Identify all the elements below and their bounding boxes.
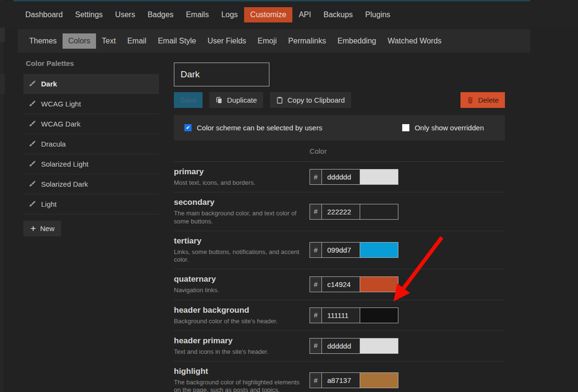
admin-nav-item[interactable]: Emails (180, 7, 215, 22)
sub-nav-item[interactable]: Embedding (332, 33, 382, 49)
palette-name: WCAG Dark (41, 120, 81, 128)
color-swatch[interactable] (360, 372, 398, 388)
customize-sub-nav: Themes Colors Text Email Email Style Use… (18, 29, 530, 53)
palette-list-item[interactable]: Solarized Light (23, 154, 159, 174)
hex-value-input[interactable] (322, 372, 360, 388)
sub-nav-item[interactable]: Emoji (252, 33, 282, 49)
palette-list-item[interactable]: Dracula (23, 134, 159, 154)
trash-icon (467, 96, 474, 104)
copy-to-clipboard-button[interactable]: Copy to Clipboard (270, 92, 351, 108)
palette-list-item[interactable]: WCAG Dark (23, 114, 159, 134)
color-row: primary Most text, icons, and borders. # (174, 162, 505, 192)
paintbrush-icon (29, 120, 36, 127)
paintbrush-icon (29, 180, 36, 188)
color-row: highlight The background color of highli… (174, 361, 505, 392)
sub-nav-item[interactable]: User Fields (202, 33, 252, 49)
copy-to-clipboard-label: Copy to Clipboard (288, 96, 345, 104)
hex-value-input[interactable] (322, 307, 360, 323)
color-swatch[interactable] (360, 204, 398, 220)
new-palette-label: New (40, 224, 54, 233)
duplicate-label: Duplicate (227, 96, 257, 104)
color-description: Most text, icons, and borders. (174, 179, 305, 187)
color-column-header: Color (304, 147, 332, 155)
color-swatch[interactable] (360, 242, 398, 258)
admin-nav-item[interactable]: API (292, 7, 317, 22)
toggle-label: Only show overridden (415, 124, 484, 132)
palette-list-item[interactable]: WCAG Light (23, 94, 159, 114)
hex-input-group: # (310, 372, 398, 388)
checkbox[interactable] (184, 124, 192, 131)
color-name: tertiary (174, 236, 305, 246)
palette-list-item[interactable]: Light (23, 194, 159, 214)
paintbrush-icon (29, 100, 36, 107)
palette-name: WCAG Light (41, 100, 81, 108)
color-table-header: Color (174, 140, 505, 162)
delete-label: Delete (478, 96, 499, 104)
hex-prefix: # (310, 276, 322, 292)
sub-nav-item[interactable]: Email Style (152, 33, 202, 49)
color-row: secondary The main background color, and… (174, 192, 505, 231)
hex-value-input[interactable] (322, 169, 360, 185)
color-name: highlight (174, 367, 305, 376)
hex-value-input[interactable] (322, 242, 360, 258)
sub-nav-item[interactable]: Colors (63, 33, 96, 49)
color-description: Background color of the site's header. (174, 318, 305, 325)
color-description: Links, some buttons, notifications, and … (174, 248, 305, 264)
duplicate-button[interactable]: Duplicate (209, 92, 263, 108)
save-button[interactable]: Save (174, 92, 203, 108)
admin-nav-item[interactable]: Users (109, 7, 141, 22)
admin-nav-item[interactable]: Logs (215, 7, 244, 22)
sub-nav-item[interactable]: Permalinks (282, 33, 332, 49)
hex-prefix: # (310, 307, 322, 323)
admin-nav-item[interactable]: Customize (244, 7, 293, 22)
paintbrush-icon (29, 201, 36, 208)
editor-toolbar: Save Duplicate Copy to Clipboard Delete (174, 92, 505, 108)
delete-button[interactable]: Delete (460, 92, 505, 108)
paintbrush-icon (29, 160, 36, 168)
color-row: quaternary Navigation links. # (174, 269, 505, 300)
admin-header: Dashboard Settings Users Badges Emails L… (0, 1, 578, 28)
color-row: tertiary Links, some buttons, notificati… (174, 231, 505, 270)
palette-name: Dark (41, 80, 57, 88)
toggle-label: Color scheme can be selected by users (197, 124, 322, 132)
admin-nav-item[interactable]: Plugins (359, 7, 396, 22)
option-toggle: Only show overridden (402, 124, 484, 132)
paintbrush-icon (29, 80, 36, 87)
color-description: The background color of highlighted elem… (174, 379, 305, 392)
palette-list-item[interactable]: Dark (23, 74, 159, 94)
admin-nav-item[interactable]: Dashboard (19, 7, 69, 22)
color-swatch[interactable] (360, 307, 398, 323)
hex-input-group: # (310, 276, 398, 292)
clipboard-icon (276, 96, 283, 104)
color-row-info: header primary Text and icons in the sit… (174, 336, 310, 356)
palette-list-item[interactable]: Solarized Dark (23, 174, 159, 194)
palette-options-bar: Color scheme can be selected by users On… (174, 115, 505, 140)
new-palette-button[interactable]: New (23, 221, 61, 236)
palette-name-input[interactable] (174, 63, 269, 86)
sub-nav-item[interactable]: Themes (23, 33, 63, 49)
color-description: Text and icons in the site's header. (174, 348, 305, 356)
admin-nav-item[interactable]: Settings (69, 7, 109, 22)
hex-input-group: # (310, 307, 398, 323)
sub-nav-item[interactable]: Watched Words (382, 33, 447, 49)
hex-value-input[interactable] (322, 204, 360, 220)
admin-nav-item[interactable]: Backups (317, 7, 359, 22)
color-swatch[interactable] (360, 169, 398, 185)
checkbox[interactable] (402, 124, 409, 131)
option-toggle: Color scheme can be selected by users (184, 124, 322, 132)
sub-nav-item[interactable]: Email (121, 33, 152, 49)
color-row-info: highlight The background color of highli… (174, 367, 310, 392)
admin-nav-item[interactable]: Badges (141, 7, 180, 22)
color-table: Color primary Most text, icons, and bord… (174, 140, 505, 392)
color-name: quaternary (174, 275, 305, 284)
color-row-info: quaternary Navigation links. (174, 275, 310, 294)
hex-prefix: # (310, 242, 322, 258)
color-swatch[interactable] (360, 338, 398, 354)
color-name: primary (174, 167, 305, 177)
color-name: secondary (174, 198, 305, 207)
hex-prefix: # (310, 372, 322, 388)
hex-value-input[interactable] (322, 276, 360, 292)
hex-value-input[interactable] (322, 338, 360, 354)
color-swatch[interactable] (360, 276, 398, 292)
sub-nav-item[interactable]: Text (96, 33, 121, 49)
